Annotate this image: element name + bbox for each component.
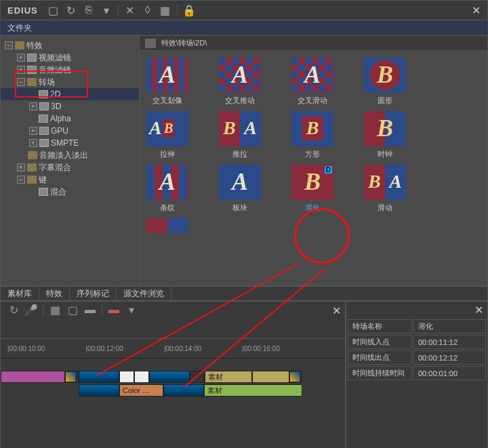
tree-key[interactable]: −键 bbox=[1, 174, 139, 186]
expand-icon[interactable]: + bbox=[17, 66, 25, 74]
tool-icon-3[interactable]: ⎘ bbox=[83, 4, 95, 16]
item-icon bbox=[39, 90, 48, 98]
grid-item[interactable]: B时钟 bbox=[364, 111, 406, 159]
grid-item[interactable]: B圆形 bbox=[364, 58, 406, 106]
grid-icon[interactable]: ▦ bbox=[159, 4, 171, 16]
tool-icon-1[interactable]: ▢ bbox=[47, 4, 60, 16]
expand-icon[interactable]: + bbox=[29, 127, 37, 135]
bottom-tabs: 素材库 特效 序列标记 源文件浏览 bbox=[0, 286, 488, 301]
filter-icon bbox=[27, 54, 37, 62]
mic-icon[interactable]: 🎤 bbox=[25, 304, 37, 316]
tl-tool-4[interactable]: ▢ bbox=[66, 304, 79, 316]
info-table: 转场名称溶化 时间线入点00:00:11:12 时间线出点00:00:12:12… bbox=[346, 318, 487, 382]
collapse-icon[interactable]: − bbox=[17, 78, 25, 86]
timeline-toolbar: ↻ 🎤 ▦ ▢ ▬ ▬ ▾ bbox=[1, 302, 345, 318]
app-name: EDIUS bbox=[7, 5, 38, 16]
info-row: 时间线出点00:00:12:12 bbox=[348, 350, 486, 365]
info-close[interactable]: ✕ bbox=[474, 304, 483, 317]
main-area: −特效 +视频滤镜 +音频滤镜 −转场 2D +3D Alpha +GPU +S… bbox=[0, 35, 488, 286]
content-pane: 特效\转场\2D\ A交叉划像 A交叉推动 A交叉滑动 B圆形 AB拉伸 BA推… bbox=[140, 36, 487, 285]
timeline-close[interactable]: ✕ bbox=[332, 304, 341, 317]
grid-item[interactable]: A板块 bbox=[219, 165, 261, 213]
tl-tool-5[interactable]: ▬ bbox=[84, 304, 96, 316]
grid-item[interactable]: BA滑动 bbox=[364, 165, 406, 213]
item-icon bbox=[39, 115, 48, 123]
folder-icon bbox=[15, 41, 24, 49]
breadcrumb-text: 特效\转场\2D\ bbox=[161, 38, 207, 48]
tl-tool-3[interactable]: ▦ bbox=[49, 304, 61, 316]
grid-item[interactable]: AB拉伸 bbox=[146, 111, 188, 159]
back-icon[interactable] bbox=[145, 39, 156, 48]
expand-icon[interactable]: + bbox=[17, 54, 25, 62]
grid-item[interactable]: A交叉划像 bbox=[146, 58, 188, 106]
track-1[interactable]: 素材 bbox=[1, 371, 345, 383]
tab-markers[interactable]: 序列标记 bbox=[70, 287, 117, 300]
item-icon bbox=[39, 127, 49, 135]
grid-item-selected[interactable]: BD溶化 bbox=[291, 165, 333, 213]
tab-source-browse[interactable]: 源文件浏览 bbox=[117, 287, 171, 300]
tracks: 素材 Color ... 素材 bbox=[1, 359, 345, 396]
tree-video-filter[interactable]: +视频滤镜 bbox=[1, 52, 139, 64]
close-button[interactable]: ✕ bbox=[472, 4, 481, 17]
filter-icon bbox=[27, 66, 37, 74]
folder-icon bbox=[27, 78, 37, 86]
tree-item-3d[interactable]: +3D bbox=[1, 100, 139, 113]
drop-icon[interactable]: ◊ bbox=[142, 4, 154, 16]
expand-icon[interactable]: + bbox=[17, 163, 25, 171]
thumbnail-grid: A交叉划像 A交叉推动 A交叉滑动 B圆形 AB拉伸 BA推拉 B方形 B时钟 … bbox=[140, 51, 487, 285]
tl-tool-7[interactable]: ▾ bbox=[125, 304, 138, 316]
folder-label: 文件夹 bbox=[7, 22, 32, 34]
grid-item[interactable]: BA推拉 bbox=[219, 111, 261, 159]
timeline-panel: ↻ 🎤 ▦ ▢ ▬ ▬ ▾ ✕ |00:00:10:00 |00:00:12:0… bbox=[0, 301, 346, 448]
tl-tool-1[interactable]: ↻ bbox=[7, 304, 20, 316]
item-icon bbox=[39, 139, 49, 147]
tree-item-2d[interactable]: 2D bbox=[1, 88, 139, 100]
grid-item[interactable] bbox=[146, 218, 188, 233]
tree-root[interactable]: −特效 bbox=[1, 39, 139, 52]
tree-item-smpte[interactable]: +SMPTE bbox=[1, 137, 139, 149]
tab-effects[interactable]: 特效 bbox=[39, 287, 70, 300]
expand-icon[interactable]: + bbox=[29, 139, 37, 147]
grid-item[interactable]: A交叉滑动 bbox=[291, 58, 333, 106]
tool-dropdown[interactable]: ▾ bbox=[100, 4, 113, 16]
grid-item[interactable]: A交叉推动 bbox=[219, 58, 261, 106]
title-bar: EDIUS ▢ ↻ ⎘ ▾ ✕ ◊ ▦ 🔒 ✕ bbox=[0, 0, 488, 20]
separator bbox=[177, 5, 178, 16]
cut-icon[interactable]: ✕ bbox=[124, 4, 136, 16]
track-2[interactable]: Color ... 素材 bbox=[1, 384, 345, 396]
breadcrumb-bar: 特效\转场\2D\ bbox=[140, 36, 487, 51]
folder-icon bbox=[27, 163, 37, 171]
folder-header: 文件夹 bbox=[0, 20, 488, 35]
tl-tool-6[interactable]: ▬ bbox=[108, 304, 120, 316]
grid-item[interactable]: A条纹 bbox=[146, 165, 188, 213]
tab-library[interactable]: 素材库 bbox=[1, 287, 39, 300]
info-row: 转场名称溶化 bbox=[348, 319, 486, 333]
tree-mix[interactable]: 混合 bbox=[1, 186, 139, 198]
info-row: 时间线持续时间00:00:01:00 bbox=[348, 366, 486, 380]
tree-subtitle-mix[interactable]: +字幕混合 bbox=[1, 161, 139, 174]
collapse-icon[interactable]: − bbox=[17, 176, 25, 184]
grid-item[interactable]: B方形 bbox=[291, 111, 333, 159]
separator bbox=[118, 5, 119, 16]
tree-item-gpu[interactable]: +GPU bbox=[1, 125, 139, 137]
expand-icon[interactable]: + bbox=[29, 102, 37, 110]
collapse-icon[interactable]: − bbox=[5, 41, 13, 49]
info-panel: ✕ 转场名称溶化 时间线入点00:00:11:12 时间线出点00:00:12:… bbox=[346, 301, 488, 448]
time-ruler[interactable]: |00:00:10:00 |00:00:12:00 |00:00:14:00 |… bbox=[1, 338, 345, 359]
default-badge: D bbox=[325, 166, 332, 174]
folder-icon bbox=[28, 151, 37, 159]
tree-panel: −特效 +视频滤镜 +音频滤镜 −转场 2D +3D Alpha +GPU +S… bbox=[1, 36, 140, 285]
lock-icon[interactable]: 🔒 bbox=[183, 4, 195, 16]
folder-icon bbox=[27, 176, 37, 184]
tree-transition[interactable]: −转场 bbox=[1, 76, 139, 88]
tree-audio-fade[interactable]: 音频淡入淡出 bbox=[1, 149, 139, 161]
lower-section: ↻ 🎤 ▦ ▢ ▬ ▬ ▾ ✕ |00:00:10:00 |00:00:12:0… bbox=[0, 301, 488, 448]
tree-audio-filter[interactable]: +音频滤镜 bbox=[1, 64, 139, 76]
tool-icon-2[interactable]: ↻ bbox=[65, 4, 77, 16]
item-icon bbox=[39, 188, 48, 196]
item-icon bbox=[39, 102, 49, 110]
tree-item-alpha[interactable]: Alpha bbox=[1, 113, 139, 125]
info-row: 时间线入点00:00:11:12 bbox=[348, 335, 486, 349]
